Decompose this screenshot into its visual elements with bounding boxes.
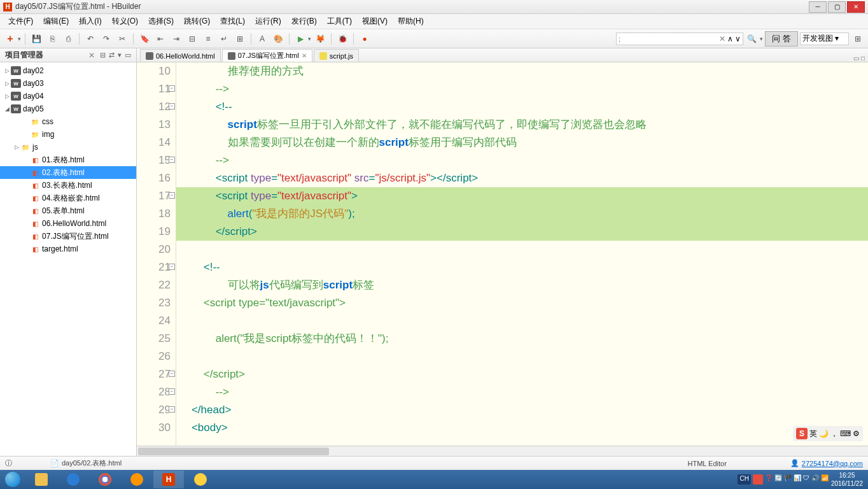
status-account[interactable]: 27254174@qq.com (802, 460, 863, 467)
ime-punct-icon[interactable]: ， (830, 429, 838, 439)
globe-button[interactable]: ● (358, 32, 372, 46)
tree-item-03-长表格-html[interactable]: ◧03.长表格.html (0, 179, 136, 192)
tree-item-css[interactable]: 📁css (0, 115, 136, 128)
undo-button[interactable]: ↶ (83, 32, 97, 46)
tray-help-icon[interactable]: ❓ (765, 474, 773, 485)
sogou-ime-icon[interactable]: S (796, 428, 808, 439)
ime-moon-icon[interactable]: 🌙 (819, 429, 829, 438)
tray-network-icon[interactable]: 📶 (821, 474, 829, 485)
maximize-button[interactable]: ▢ (828, 1, 846, 13)
tray-shield-icon[interactable]: 🛡 (803, 474, 809, 485)
bookmark-button[interactable]: 🔖 (137, 32, 151, 46)
file-tree[interactable]: ▷Wday02▷Wday03▷Wday04◢Wday05📁css📁img▷📁js… (0, 62, 136, 456)
tray-flag-icon[interactable]: 🏴 (784, 474, 792, 485)
tree-item-img[interactable]: 📁img (0, 128, 136, 141)
sidebar-close-icon[interactable]: ✕ (88, 51, 95, 60)
menu-goto[interactable]: 跳转(G) (179, 14, 215, 29)
search-dropdown-icon[interactable]: ▾ (760, 36, 763, 42)
tab-scriptjs[interactable]: script.js (314, 49, 359, 62)
ime-toolbar[interactable]: S 英 🌙 ， ⌨ ⚙ (793, 426, 863, 441)
tree-item-target-html[interactable]: ◧target.html (0, 243, 136, 255)
comment-button[interactable]: ⊞ (233, 32, 247, 46)
next-match-icon[interactable]: ∨ (735, 34, 741, 43)
menu-tools[interactable]: 工具(T) (322, 14, 357, 29)
new-dropdown-icon[interactable]: ▾ (18, 36, 21, 42)
ime-settings-icon[interactable]: ⚙ (853, 429, 860, 438)
tray-sogou-icon[interactable] (753, 474, 763, 485)
tree-item-05-表单-html[interactable]: ◧05.表单.html (0, 204, 136, 217)
tree-item-02-表格-html[interactable]: ◧02.表格.html (0, 166, 136, 179)
copy-button[interactable]: ⎙ (61, 32, 75, 46)
status-info-icon[interactable]: ⓘ (5, 458, 12, 468)
ime-lang-icon[interactable]: 英 (809, 429, 817, 439)
ime-keyboard-icon[interactable]: ⌨ (840, 429, 851, 438)
menu-escape[interactable]: 转义(O) (107, 14, 143, 29)
indent-right-button[interactable]: ⇥ (169, 32, 183, 46)
expand-button[interactable]: ⊞ (851, 32, 865, 46)
new-button[interactable]: + (3, 32, 17, 46)
menu-select[interactable]: 选择(S) (143, 14, 179, 29)
clear-icon[interactable]: ✕ (719, 34, 725, 43)
save-button[interactable]: 💾 (29, 32, 43, 46)
tree-item-day05[interactable]: ◢Wday05 (0, 103, 136, 115)
tree-item-06-HelloWorld-html[interactable]: ◧06.HelloWorld.html (0, 217, 136, 230)
search-box[interactable]: ✕ ∧ ∨ (616, 32, 743, 45)
tree-item-04-表格嵌套-html[interactable]: ◧04.表格嵌套.html (0, 192, 136, 204)
tray-chart-icon[interactable]: 📊 (794, 474, 801, 485)
link-editor-icon[interactable]: ⇄ (109, 51, 115, 59)
horizontal-scrollbar[interactable] (137, 446, 868, 456)
format-button[interactable]: ≡ (201, 32, 215, 46)
tray-sync-icon[interactable]: 🔄 (774, 474, 782, 485)
tree-item-day04[interactable]: ▷Wday04 (0, 90, 136, 103)
scrollbar-thumb[interactable] (138, 448, 329, 455)
run-button[interactable]: ▶ (293, 32, 307, 46)
task-firefox[interactable] (122, 471, 152, 488)
tree-item-js[interactable]: ▷📁js (0, 141, 136, 153)
menu-insert[interactable]: 插入(I) (74, 14, 106, 29)
menu-file[interactable]: 文件(F) (3, 14, 38, 29)
redo-button[interactable]: ↷ (99, 32, 113, 46)
prev-match-icon[interactable]: ∧ (727, 34, 733, 43)
debug-button[interactable]: 🐞 (335, 32, 349, 46)
firefox-button[interactable]: 🦊 (313, 32, 327, 46)
task-explorer[interactable] (26, 471, 57, 488)
menu-run[interactable]: 运行(R) (250, 14, 286, 29)
tree-item-day03[interactable]: ▷Wday03 (0, 77, 136, 90)
task-chat[interactable] (185, 471, 216, 488)
close-button[interactable]: ✕ (847, 1, 865, 13)
indent-left-button[interactable]: ⇤ (153, 32, 167, 46)
color-button[interactable]: 🎨 (271, 32, 285, 46)
code-content[interactable]: 推荐使用的方式 --> <!-- script标签一旦用于引入外部文件了，就不能… (176, 62, 868, 446)
taskbar-clock[interactable]: 16:25 2016/11/22 (831, 471, 863, 488)
sidebar-menu-icon[interactable]: ▾ (118, 51, 122, 59)
task-hbuilder[interactable]: H (153, 471, 184, 488)
wrap-button[interactable]: ↵ (217, 32, 231, 46)
tab-helloworld[interactable]: 06.HelloWorld.html (140, 49, 221, 62)
cut-button[interactable]: ✂ (115, 32, 129, 46)
tree-item-01-表格-html[interactable]: ◧01.表格.html (0, 153, 136, 166)
tab-close-icon[interactable]: ✕ (302, 52, 307, 59)
tree-item-07-JS编写位置-html[interactable]: ◧07.JS编写位置.html (0, 230, 136, 243)
search-input[interactable] (619, 35, 719, 43)
editor-maximize-icon[interactable]: □ (861, 55, 865, 62)
outdent-button[interactable]: ⊟ (185, 32, 199, 46)
menu-help[interactable]: 帮助(H) (393, 14, 429, 29)
code-editor[interactable]: 1011−12−131415−1617−18192021−22232425262… (137, 62, 868, 446)
tray-volume-icon[interactable]: 🔊 (811, 474, 819, 485)
menu-edit[interactable]: 编辑(E) (38, 14, 74, 29)
run-dropdown-icon[interactable]: ▾ (308, 36, 311, 42)
task-chrome[interactable] (90, 471, 120, 488)
menu-view[interactable]: 视图(V) (357, 14, 393, 29)
menu-publish[interactable]: 发行(B) (286, 14, 322, 29)
editor-minimize-icon[interactable]: ▭ (853, 55, 859, 62)
font-button[interactable]: A (255, 32, 269, 46)
minimize-button[interactable]: ─ (809, 1, 827, 13)
collapse-all-icon[interactable]: ⊟ (100, 51, 106, 59)
save-all-button[interactable]: ⎘ (45, 32, 59, 46)
tree-item-day02[interactable]: ▷Wday02 (0, 64, 136, 77)
search-icon[interactable]: 🔍 (745, 32, 759, 46)
start-button[interactable] (0, 470, 25, 489)
task-ie[interactable] (58, 471, 88, 488)
answer-button[interactable]: 问 答 (765, 31, 798, 46)
view-mode-select[interactable]: 开发视图 ▾ (800, 32, 849, 45)
